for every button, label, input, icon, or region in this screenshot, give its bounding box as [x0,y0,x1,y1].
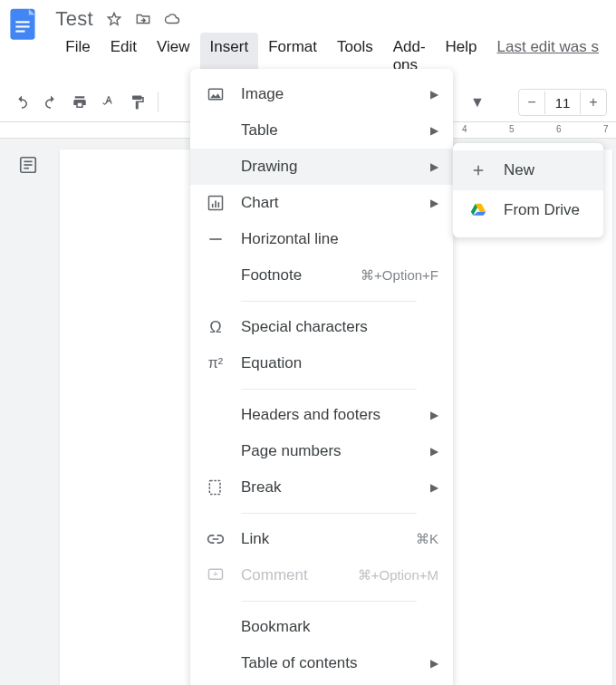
insert-chart[interactable]: Chart ▶ [190,185,453,221]
menu-label: Drawing [241,158,430,176]
pi-icon: π² [205,355,226,371]
spellcheck-button[interactable] [96,90,121,115]
submenu-arrow-icon: ▶ [430,409,438,421]
insert-image[interactable]: Image ▶ [190,76,453,112]
menu-label: Page numbers [241,442,430,460]
insert-break[interactable]: Break ▶ [190,469,453,506]
menu-label: Horizontal line [241,230,438,248]
font-size-control: − 11 + [518,89,607,116]
svg-text:+: + [213,569,218,579]
svg-rect-2 [15,25,29,27]
menu-edit[interactable]: Edit [101,33,147,80]
submenu-arrow-icon: ▶ [430,481,438,494]
insert-special-characters[interactable]: Ω Special characters [190,309,453,345]
chart-icon [205,194,226,212]
image-icon [205,85,226,103]
menu-label: Footnote [241,266,361,285]
menu-label: Equation [241,354,438,372]
menu-label: From Drive [504,201,589,219]
drawing-from-drive[interactable]: From Drive [453,190,603,230]
shortcut: ⌘K [416,531,438,547]
menu-separator [241,601,417,602]
insert-headers-footers[interactable]: Headers and footers ▶ [190,397,453,433]
menu-label: Link [241,530,416,548]
svg-rect-3 [15,30,24,32]
insert-link[interactable]: Link ⌘K [190,521,453,557]
omega-icon: Ω [205,318,226,337]
plus-icon [467,162,489,178]
submenu-arrow-icon: ▶ [430,197,438,209]
styles-dropdown[interactable]: ▼ [465,90,490,115]
shortcut: ⌘+Option+M [358,567,438,584]
svg-rect-1 [15,21,29,23]
menu-label: Bookmark [241,618,438,636]
submenu-arrow-icon: ▶ [430,445,438,458]
shortcut: ⌘+Option+F [361,267,438,284]
svg-rect-14 [209,481,220,495]
menu-separator [241,513,417,514]
svg-rect-11 [215,201,217,208]
insert-bookmark[interactable]: Bookmark [190,609,453,645]
insert-table[interactable]: Table ▶ [190,112,453,149]
submenu-arrow-icon: ▶ [430,160,438,173]
insert-equation[interactable]: π² Equation [190,345,453,381]
menu-label: Chart [241,194,430,212]
menu-label: Headers and footers [241,406,430,424]
font-size-decrease[interactable]: − [519,90,544,115]
document-title[interactable]: Test [55,7,93,31]
font-size-increase[interactable]: + [581,90,606,115]
insert-drawing[interactable]: Drawing ▶ [190,149,453,185]
star-icon[interactable] [106,11,122,27]
print-button[interactable] [67,90,92,115]
insert-footnote[interactable]: Footnote ⌘+Option+F [190,257,453,294]
menu-label: Special characters [241,318,438,336]
menu-separator [241,389,417,390]
insert-menu-dropdown: Image ▶ Table ▶ Drawing ▶ Chart ▶ Horizo… [190,69,453,685]
comment-icon: + [205,566,226,584]
drawing-submenu: New From Drive [453,143,603,237]
submenu-arrow-icon: ▶ [430,657,438,670]
outline-toggle[interactable] [13,150,43,180]
docs-logo[interactable] [7,7,41,47]
break-icon [205,478,226,497]
ruler-tick: 5 [509,124,515,134]
undo-button[interactable] [9,90,34,115]
last-edit-link[interactable]: Last edit was s [487,33,609,80]
insert-page-numbers[interactable]: Page numbers ▶ [190,433,453,469]
svg-rect-12 [218,202,220,207]
menu-label: New [504,161,589,179]
submenu-arrow-icon: ▶ [430,124,438,137]
insert-table-of-contents[interactable]: Table of contents ▶ [190,645,453,681]
menu-separator [241,301,417,302]
cloud-status-icon[interactable] [164,11,180,27]
ruler-tick: 4 [462,124,467,134]
ruler-tick: 6 [556,124,562,134]
separator [158,92,159,112]
svg-rect-10 [212,204,214,207]
horizontal-line-icon [205,230,226,248]
paint-format-button[interactable] [125,90,150,115]
insert-horizontal-line[interactable]: Horizontal line [190,221,453,257]
menu-label: Table of contents [241,654,430,672]
menu-label: Comment [241,566,358,584]
submenu-arrow-icon: ▶ [430,88,438,101]
move-icon[interactable] [135,11,151,27]
drive-icon [467,202,489,218]
ruler-tick: 7 [603,124,609,134]
menu-label: Break [241,478,430,497]
drawing-new[interactable]: New [453,150,603,190]
font-size-value[interactable]: 11 [544,92,581,114]
redo-button[interactable] [38,90,63,115]
menu-label: Image [241,85,430,103]
menu-file[interactable]: File [55,33,100,80]
insert-comment: + Comment ⌘+Option+M [190,557,453,593]
link-icon [205,530,226,548]
menu-label: Table [241,121,430,140]
